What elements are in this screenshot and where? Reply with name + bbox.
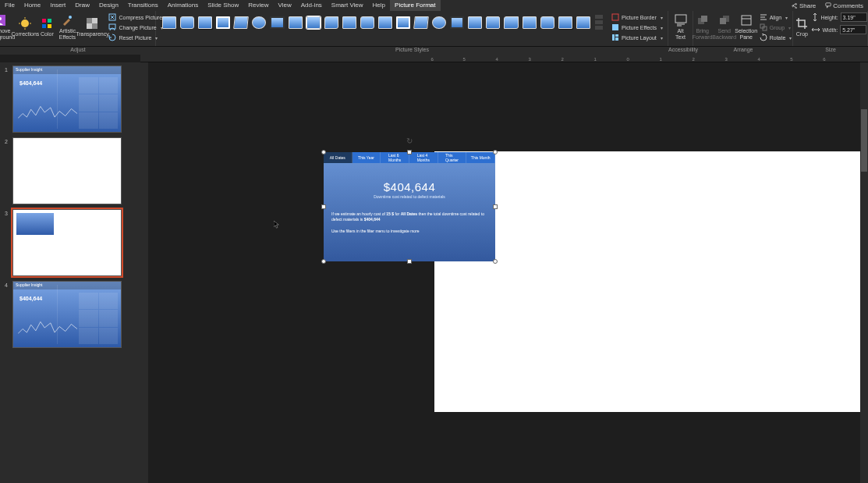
group-size: Crop Height: Width:: [793, 11, 868, 46]
style-thumb[interactable]: [306, 16, 321, 30]
menu-bar: File Home Insert Draw Design Transitions…: [0, 0, 868, 11]
style-thumb[interactable]: [503, 16, 519, 30]
vertical-scrollbar[interactable]: [860, 62, 868, 483]
style-thumb[interactable]: [485, 16, 501, 30]
alt-text-button[interactable]: Alt Text: [670, 12, 692, 42]
style-thumb[interactable]: [467, 16, 483, 30]
picture-border-button[interactable]: Picture Border: [610, 12, 664, 22]
style-thumb[interactable]: [576, 16, 591, 30]
tab-smartview[interactable]: Smart View: [327, 0, 368, 11]
selection-pane-button[interactable]: Selection Pane: [736, 12, 756, 42]
style-thumb[interactable]: [215, 16, 231, 30]
slide-thumb-4[interactable]: 4 Supplier Insight $404,644: [5, 281, 136, 348]
workspace: 1 Supplier Insight $404,644 2 3 4 Suppli…: [0, 62, 868, 483]
tab-help[interactable]: Help: [368, 0, 390, 11]
style-thumb[interactable]: [395, 16, 411, 30]
slide-thumb-3[interactable]: 3: [5, 209, 136, 276]
thumb-preview[interactable]: [12, 137, 122, 204]
style-thumb[interactable]: [324, 16, 339, 30]
size-group-label: Size: [793, 47, 868, 55]
comments-button[interactable]: Comments: [820, 2, 868, 9]
resize-handle-se[interactable]: [493, 259, 498, 264]
picture-styles-gallery[interactable]: [159, 12, 605, 32]
rotation-handle[interactable]: ↻: [406, 137, 413, 145]
rotate-button[interactable]: Rotate: [758, 33, 794, 42]
style-thumb[interactable]: [197, 16, 213, 30]
slide-canvas[interactable]: ↻ All Dates This Year Last 6 Months Last…: [148, 62, 868, 483]
remove-background-button[interactable]: Remove Background: [0, 12, 12, 42]
thumb-preview[interactable]: [12, 209, 122, 276]
picture-layout-button[interactable]: Picture Layout: [610, 33, 664, 42]
style-thumb[interactable]: [431, 16, 447, 30]
crop-button[interactable]: Crop: [793, 12, 810, 42]
height-label: Height:: [820, 15, 838, 20]
align-button[interactable]: Align: [758, 12, 794, 22]
thumb-preview[interactable]: Supplier Insight $404,644: [12, 66, 122, 133]
tab-home[interactable]: Home: [19, 0, 45, 11]
tab-draw[interactable]: Draw: [70, 0, 94, 11]
slide-thumb-2[interactable]: 2: [5, 137, 136, 204]
resize-handle-nw[interactable]: [321, 150, 326, 154]
tab-view[interactable]: View: [274, 0, 296, 11]
style-thumb[interactable]: [161, 16, 177, 30]
style-thumb[interactable]: [377, 16, 393, 30]
adjust-group-label: Adjust: [0, 47, 156, 55]
tab-picture-format[interactable]: Picture Format: [390, 0, 440, 11]
tab-file[interactable]: File: [0, 0, 19, 11]
thumb-preview[interactable]: Supplier Insight $404,644: [12, 281, 122, 348]
gallery-expand-button[interactable]: [593, 15, 603, 30]
comments-label: Comments: [833, 2, 863, 9]
share-button[interactable]: Share: [787, 2, 820, 9]
transparency-button[interactable]: Transparency: [79, 12, 105, 42]
send-backward-button[interactable]: Send Backward: [714, 12, 735, 42]
style-thumb[interactable]: [233, 16, 249, 30]
selected-picture[interactable]: ↻ All Dates This Year Last 6 Months Last…: [324, 152, 495, 261]
bring-forward-button[interactable]: Bring Forward: [693, 12, 713, 42]
height-input[interactable]: [841, 12, 867, 22]
artistic-effects-button[interactable]: Artistic Effects: [57, 12, 77, 42]
style-thumb[interactable]: [269, 16, 285, 30]
corrections-button[interactable]: Corrections: [13, 12, 37, 42]
selection-pane-icon: [740, 14, 753, 27]
style-thumb[interactable]: [449, 16, 465, 30]
style-thumb[interactable]: [179, 16, 195, 30]
svg-rect-8: [42, 19, 46, 23]
style-thumb[interactable]: [251, 16, 267, 30]
resize-handle-sw[interactable]: [321, 259, 326, 264]
scrollbar-thumb[interactable]: [861, 109, 867, 172]
style-thumb[interactable]: [558, 16, 573, 30]
alt-text-label: Alt Text: [675, 28, 686, 40]
color-button[interactable]: Color: [38, 12, 55, 42]
tab-review[interactable]: Review: [243, 0, 273, 11]
slide-thumb-1[interactable]: 1 Supplier Insight $404,644: [5, 66, 136, 133]
arrange-group-label: Arrange: [693, 47, 793, 55]
style-thumb[interactable]: [360, 16, 375, 30]
pic-tab-all-dates: All Dates: [324, 152, 353, 163]
height-field: Height:: [812, 12, 866, 22]
effects-icon: [611, 23, 619, 31]
tab-slideshow[interactable]: Slide Show: [203, 0, 243, 11]
slide[interactable]: [434, 151, 867, 412]
resize-handle-n[interactable]: [407, 150, 412, 154]
style-thumb[interactable]: [540, 16, 555, 30]
slide-thumbnail-panel[interactable]: 1 Supplier Insight $404,644 2 3 4 Suppli…: [0, 62, 140, 483]
svg-rect-0: [826, 3, 831, 6]
selection-pane-label: Selection Pane: [735, 28, 757, 40]
group-button[interactable]: Group: [758, 23, 794, 32]
resize-handle-w[interactable]: [321, 204, 326, 209]
horizontal-ruler: 6 5 4 3 2 1 0 1 2 3 4 5 6: [140, 55, 868, 62]
style-thumb[interactable]: [288, 16, 303, 30]
resize-handle-s[interactable]: [407, 259, 412, 264]
style-thumb[interactable]: [522, 16, 537, 30]
resize-handle-ne[interactable]: [493, 150, 498, 154]
tab-animations[interactable]: Animations: [163, 0, 204, 11]
resize-handle-e[interactable]: [493, 204, 498, 209]
style-thumb[interactable]: [413, 16, 429, 30]
tab-transitions[interactable]: Transitions: [123, 0, 163, 11]
tab-addins[interactable]: Add-ins: [296, 0, 327, 11]
style-thumb[interactable]: [342, 16, 357, 30]
width-input[interactable]: [840, 25, 866, 34]
tab-design[interactable]: Design: [94, 0, 123, 11]
picture-effects-button[interactable]: Picture Effects: [610, 23, 664, 32]
tab-insert[interactable]: Insert: [45, 0, 70, 11]
